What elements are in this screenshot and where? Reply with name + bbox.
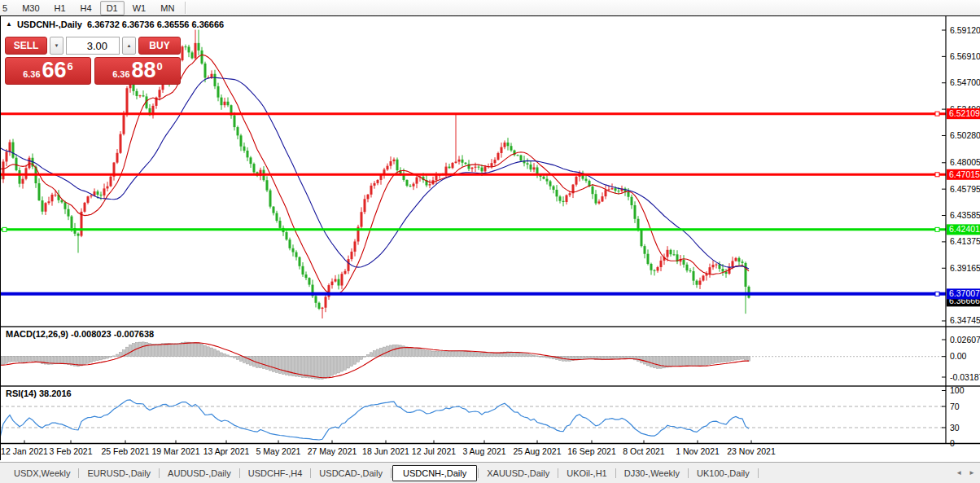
date-label: 8 Oct 2021 bbox=[623, 446, 665, 456]
macd-signal-line bbox=[0, 343, 749, 378]
tab-audusd-[interactable]: AUDUSD-,Daily bbox=[160, 466, 238, 481]
date-label: 1 Nov 2021 bbox=[676, 446, 720, 456]
date-label: 12 Jan 2021 bbox=[1, 446, 48, 456]
chart-symbol-label: USDCNH-,Daily bbox=[17, 20, 82, 29]
rsi-axis-label: 100 bbox=[950, 385, 965, 395]
timeframe-button-w1[interactable]: W1 bbox=[126, 1, 153, 15]
sell-price-pip: 6 bbox=[68, 60, 73, 72]
price-axis-label: 6.45795 bbox=[950, 184, 980, 194]
date-label: 3 Feb 2021 bbox=[49, 446, 92, 456]
buy-price-prefix: 6.36 bbox=[112, 69, 129, 79]
tab-separator bbox=[310, 468, 311, 478]
hline-handle[interactable] bbox=[2, 227, 7, 231]
trading-terminal: 5M30H1H4D1W1MN 6.591206.569106.547006.52… bbox=[0, 0, 980, 483]
collapse-panel-icon[interactable]: ▲ bbox=[6, 20, 12, 28]
date-label: 25 Feb 2021 bbox=[102, 446, 150, 456]
date-label: 12 Jul 2021 bbox=[412, 446, 456, 456]
one-click-trading-panel: SELL ▼ 3.00 ▲ BUY 6.36 66 6 6.36 88 0 bbox=[5, 37, 181, 85]
hline-handle[interactable] bbox=[935, 227, 939, 231]
date-label: 16 Sep 2021 bbox=[567, 446, 616, 456]
macd-indicator-label: MACD(12,26,9) -0.008023 -0.007638 bbox=[6, 329, 154, 339]
tab-separator bbox=[391, 468, 392, 478]
date-label: 25 Aug 2021 bbox=[514, 446, 562, 456]
tab-usdx[interactable]: USDX,Weekly bbox=[7, 466, 77, 481]
timeframe-button-5[interactable]: 5 bbox=[0, 1, 14, 15]
macd-histogram bbox=[0, 342, 750, 380]
timeframe-button-m30[interactable]: M30 bbox=[15, 1, 46, 15]
tab-separator bbox=[615, 468, 616, 478]
tab-ukoil-[interactable]: UKOil-,H1 bbox=[559, 466, 615, 481]
buy-price-pip: 0 bbox=[157, 60, 163, 72]
rsi-indicator-label: RSI(14) 38.2016 bbox=[6, 389, 72, 398]
ma-slow-line bbox=[0, 77, 749, 269]
tab-separator bbox=[78, 468, 79, 478]
price-axis-label: 6.43585 bbox=[950, 210, 980, 220]
tab-separator bbox=[159, 468, 160, 478]
timeframe-button-h4[interactable]: H4 bbox=[74, 1, 98, 15]
tab-dj30-[interactable]: DJ30-,Weekly bbox=[617, 466, 687, 481]
sell-button[interactable]: SELL bbox=[5, 37, 47, 55]
volume-increase-button[interactable]: ▲ bbox=[122, 37, 136, 55]
hline-price-label-text: 6.37007 bbox=[949, 288, 980, 298]
hline-price-label-text: 6.47015 bbox=[949, 169, 980, 179]
price-axis-label: 6.48005 bbox=[950, 157, 980, 167]
hline-price-label-text: 6.52109 bbox=[949, 108, 980, 118]
buy-price-button[interactable]: 6.36 88 0 bbox=[94, 57, 181, 85]
tab-usdcad-[interactable]: USDCAD-,Daily bbox=[312, 466, 390, 481]
tab-separator bbox=[478, 468, 479, 478]
tab-separator bbox=[758, 468, 759, 478]
tab-usdcnh-[interactable]: USDCNH-,Daily bbox=[392, 465, 477, 481]
sell-price-prefix: 6.36 bbox=[23, 69, 40, 79]
price-axis-label: 6.56910 bbox=[950, 51, 980, 61]
tab-separator bbox=[688, 468, 689, 478]
timeframe-button-h1[interactable]: H1 bbox=[48, 1, 72, 15]
date-label: 23 Nov 2021 bbox=[727, 446, 776, 456]
timeframe-button-mn[interactable]: MN bbox=[154, 1, 181, 15]
chart-tab-bar: USDX,WeeklyEURUSD-,DailyAUDUSD-,DailyUSD… bbox=[0, 462, 980, 483]
tab-xauusd-[interactable]: XAUUSD-,Daily bbox=[479, 466, 557, 481]
macd-axis-label: -0.03187 bbox=[950, 372, 980, 382]
date-label: 27 May 2021 bbox=[308, 446, 357, 456]
rsi-line bbox=[0, 400, 749, 440]
hline-handle[interactable] bbox=[935, 173, 939, 177]
rsi-axis-label: 30 bbox=[950, 423, 960, 433]
sell-price-main: 66 bbox=[42, 59, 67, 81]
sell-price-button[interactable]: 6.36 66 6 bbox=[5, 57, 91, 85]
timeframe-toolbar: 5M30H1H4D1W1MN bbox=[0, 0, 980, 16]
price-axis-label: 6.39165 bbox=[950, 263, 980, 273]
buy-button[interactable]: BUY bbox=[138, 37, 181, 55]
hline-handle[interactable] bbox=[935, 292, 939, 296]
price-axis-label: 6.59120 bbox=[950, 25, 980, 35]
tab-uk100-[interactable]: UK100-,Daily bbox=[689, 466, 757, 481]
volume-input[interactable]: 3.00 bbox=[66, 37, 120, 55]
chart-ohlc-values: 6.36732 6.36736 6.36556 6.36666 bbox=[87, 20, 224, 29]
date-label: 5 May 2021 bbox=[256, 446, 301, 456]
hline-price-label-text: 6.42401 bbox=[949, 224, 980, 234]
tabs-scroll-right-icon[interactable]: ► bbox=[969, 469, 975, 476]
rsi-axis-label: 70 bbox=[950, 402, 960, 411]
toolbar-separator bbox=[185, 2, 186, 14]
tab-separator bbox=[558, 468, 558, 478]
date-label: 3 Aug 2021 bbox=[462, 446, 505, 456]
timeframe-button-d1[interactable]: D1 bbox=[100, 1, 125, 15]
price-axis-label: 6.50280 bbox=[950, 130, 980, 140]
buy-price-main: 88 bbox=[132, 59, 156, 81]
chart-window[interactable]: 6.591206.569106.547006.524906.502806.480… bbox=[0, 15, 980, 462]
hline-handle[interactable] bbox=[935, 112, 939, 116]
tab-separator bbox=[239, 468, 240, 478]
price-axis-label: 6.34745 bbox=[950, 315, 980, 325]
tab-usdchf-[interactable]: USDCHF-,H4 bbox=[241, 466, 310, 481]
volume-decrease-button[interactable]: ▼ bbox=[50, 37, 63, 55]
price-axis-label: 6.41375 bbox=[950, 236, 980, 246]
date-label: 19 Mar 2021 bbox=[152, 446, 200, 456]
date-label: 13 Apr 2021 bbox=[203, 446, 250, 456]
macd-axis-label: 0.00 bbox=[950, 351, 967, 361]
tabs-scroll-left-icon[interactable]: ◄ bbox=[956, 469, 962, 476]
tab-eurusd-[interactable]: EURUSD-,Daily bbox=[80, 466, 158, 481]
price-axis-label: 6.54700 bbox=[950, 77, 980, 87]
rsi-axis-label: 0 bbox=[950, 438, 955, 448]
macd-axis-label: 0.02607 bbox=[950, 335, 980, 345]
date-label: 18 Jun 2021 bbox=[362, 446, 409, 456]
chart-title: ▲ USDCNH-,Daily 6.36732 6.36736 6.36556 … bbox=[6, 20, 224, 29]
